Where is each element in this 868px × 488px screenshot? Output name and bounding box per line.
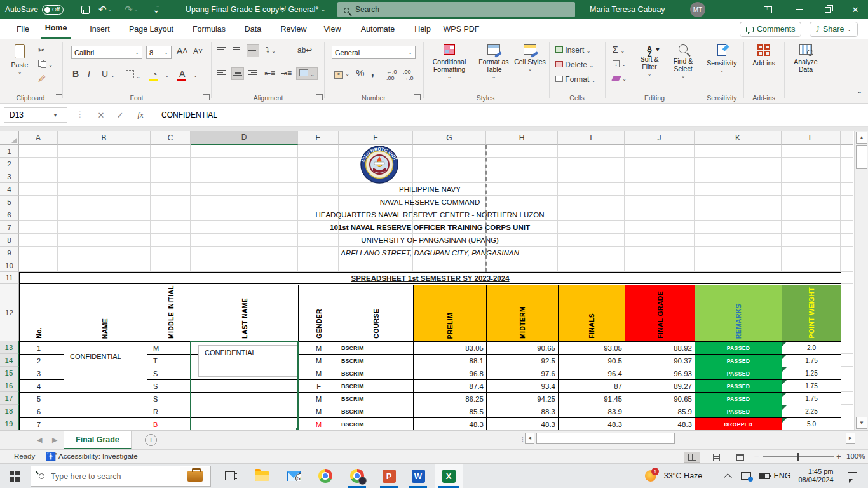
cell-L14[interactable]: 1.75: [782, 355, 841, 367]
number-dialog-launcher[interactable]: [414, 94, 421, 100]
column-header-A[interactable]: A: [19, 131, 58, 145]
horizontal-scrollbar[interactable]: ◄ ►: [525, 433, 855, 444]
insert-cells-button[interactable]: Insert ⌄: [555, 46, 590, 55]
minimize-button[interactable]: [787, 0, 812, 19]
undo-button[interactable]: ↶⌄: [98, 0, 112, 19]
cell-D18[interactable]: [191, 405, 299, 418]
cell-C17[interactable]: S: [151, 393, 191, 405]
start-button[interactable]: [0, 464, 29, 488]
row-header-11[interactable]: 11: [0, 272, 19, 284]
paste-button[interactable]: Paste⌄: [6, 44, 33, 76]
excel-button[interactable]: X: [435, 464, 463, 488]
column-header-L[interactable]: L: [782, 131, 841, 145]
number-format-select[interactable]: General⌄: [332, 46, 416, 59]
action-center-button[interactable]: [843, 464, 862, 488]
bold-button[interactable]: B: [72, 69, 79, 79]
sort-filter-button[interactable]: AZ▼ Sort & Filter⌄: [634, 44, 665, 78]
table-header-course[interactable]: COURSE: [339, 285, 414, 342]
cell-A18[interactable]: 6: [20, 405, 58, 418]
cell-A15[interactable]: 3: [20, 367, 58, 380]
collapse-ribbon-button[interactable]: ⌃: [857, 90, 862, 98]
format-as-table-button[interactable]: Format as Table⌄: [474, 44, 513, 81]
quick-access-toolbar-menu[interactable]: ⌄̄: [153, 0, 160, 19]
table-header-gender[interactable]: GENDER: [299, 285, 339, 342]
normal-view-button[interactable]: [684, 452, 700, 463]
tab-page-layout[interactable]: Page Layout: [121, 19, 182, 39]
increase-indent-button[interactable]: ⇥≡: [281, 69, 292, 78]
close-button[interactable]: ✕: [843, 0, 868, 19]
cell-H18[interactable]: 88.3: [487, 405, 559, 418]
language-indicator[interactable]: ENG: [771, 464, 793, 488]
word-button[interactable]: W: [405, 464, 431, 488]
tab-file[interactable]: File: [10, 19, 36, 39]
cell-L19[interactable]: 5.0: [782, 418, 841, 431]
select-all-button[interactable]: [0, 131, 19, 145]
cell-F16[interactable]: BSCRIM: [339, 380, 414, 393]
row-header-19[interactable]: 19: [0, 417, 19, 430]
cell-I18[interactable]: 83.9: [559, 405, 625, 418]
column-header-J[interactable]: J: [625, 131, 695, 145]
table-header-finals[interactable]: FINALS: [559, 285, 625, 342]
confirm-entry-button[interactable]: ✓: [112, 107, 128, 123]
row-header-8[interactable]: 8: [0, 234, 19, 247]
column-header-H[interactable]: H: [486, 131, 558, 145]
align-left-button[interactable]: [217, 69, 226, 78]
cell-E14[interactable]: M: [299, 355, 339, 367]
cell-G17[interactable]: 86.25: [414, 393, 487, 405]
align-center-button[interactable]: [231, 67, 244, 80]
cell-F15[interactable]: BSCRIM: [339, 367, 414, 380]
cell-I16[interactable]: 87: [559, 380, 625, 393]
cell-D16[interactable]: [191, 380, 299, 393]
sheet-tab-prev-button[interactable]: ◀: [37, 436, 42, 444]
cell-H16[interactable]: 93.4: [487, 380, 559, 393]
redo-button[interactable]: ↷⌄: [125, 0, 138, 19]
tab-home[interactable]: Home: [41, 19, 71, 39]
cell-H14[interactable]: 92.5: [487, 355, 559, 367]
cell-C18[interactable]: R: [151, 405, 191, 418]
autosum-button[interactable]: Σ ⌄: [613, 44, 625, 55]
conditional-formatting-button[interactable]: Conditional Formatting⌄: [428, 44, 470, 81]
tab-automate[interactable]: Automate: [351, 19, 405, 39]
font-dialog-launcher[interactable]: [203, 94, 210, 100]
briefcase-tile[interactable]: [180, 467, 210, 485]
clipboard-dialog-launcher[interactable]: [56, 94, 62, 100]
battery-tray-icon[interactable]: [756, 464, 771, 488]
cell-J17[interactable]: 90.65: [625, 393, 695, 405]
row-header-15[interactable]: 15: [0, 367, 19, 379]
table-header-prelim[interactable]: PRELIM: [414, 285, 487, 342]
row-header-10[interactable]: 10: [0, 259, 19, 272]
file-explorer-button[interactable]: [249, 464, 275, 488]
restore-button[interactable]: [815, 0, 840, 19]
task-view-button[interactable]: [217, 464, 243, 488]
cell-F13[interactable]: BSCRIM: [339, 342, 414, 355]
tab-review[interactable]: Review: [273, 19, 314, 39]
cell-C13[interactable]: M: [151, 342, 191, 355]
addins-button[interactable]: Add-ins: [747, 44, 780, 67]
scroll-left-button[interactable]: ◄: [525, 433, 534, 444]
cell-K15[interactable]: PASSED: [695, 367, 782, 380]
cell-A13[interactable]: 1: [20, 342, 58, 355]
cancel-entry-button[interactable]: ✕: [93, 107, 109, 123]
cell-C19[interactable]: B: [151, 418, 191, 431]
cell-A19[interactable]: 7: [20, 418, 58, 431]
cell-I14[interactable]: 90.5: [559, 355, 625, 367]
fill-color-button[interactable]: ◔ ⌄: [153, 70, 169, 79]
column-header-I[interactable]: I: [558, 131, 625, 145]
cell-H19[interactable]: 48.3: [487, 418, 559, 431]
weather-tray-icon[interactable]: 1: [643, 464, 658, 488]
table-header-point-weight[interactable]: POINT WEIGHT: [782, 285, 841, 342]
sensitivity-badge[interactable]: ⛨ General* ⌄: [280, 0, 325, 19]
merge-center-button[interactable]: ⌄: [296, 67, 318, 80]
display-tray-icon[interactable]: [738, 464, 754, 488]
save-button[interactable]: [81, 0, 90, 19]
cell-E18[interactable]: M: [299, 405, 339, 418]
cell-K13[interactable]: PASSED: [695, 342, 782, 355]
name-box[interactable]: ▾: [4, 107, 67, 123]
mail-button[interactable]: 58: [281, 464, 306, 488]
underline-button[interactable]: U ⌄: [102, 69, 115, 79]
formula-input[interactable]: [158, 107, 864, 123]
row-header-12[interactable]: 12: [0, 284, 19, 341]
column-header-C[interactable]: C: [151, 131, 191, 145]
page-break-preview-button[interactable]: [732, 452, 749, 463]
align-bottom-button[interactable]: [247, 44, 259, 57]
